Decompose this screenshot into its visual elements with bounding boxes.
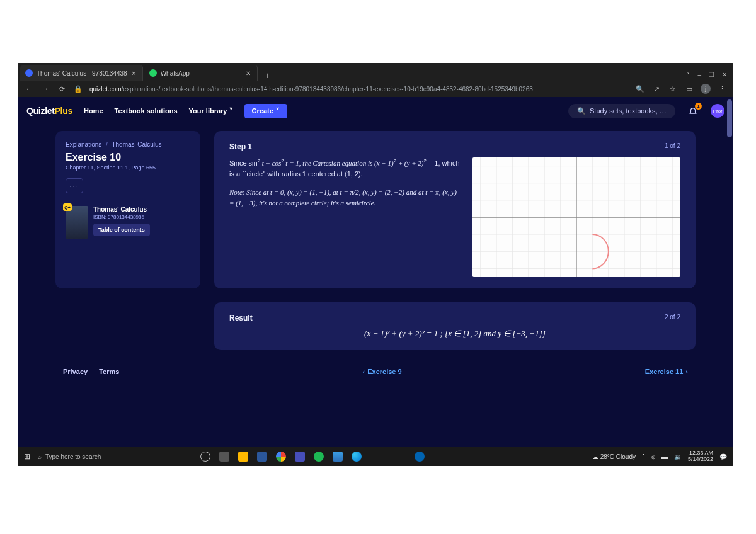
page-body: Explanations / Thomas' Calculus Exercise… bbox=[18, 125, 733, 350]
zoom-icon[interactable]: 🔍 bbox=[635, 85, 645, 93]
crumb-book[interactable]: Thomas' Calculus bbox=[112, 141, 161, 148]
close-icon[interactable]: ✕ bbox=[246, 70, 251, 77]
back-button[interactable]: ← bbox=[24, 85, 34, 93]
url-path: /explanations/textbook-solutions/thomas-… bbox=[122, 86, 533, 93]
logo-main: Quizlet bbox=[26, 106, 55, 116]
book-title[interactable]: Thomas' Calculus bbox=[93, 206, 150, 213]
exercise-subtitle: Chapter 11, Section 11.1, Page 655 bbox=[66, 164, 190, 171]
close-icon[interactable]: ✕ bbox=[722, 71, 727, 78]
cortana-icon[interactable] bbox=[200, 452, 210, 462]
notifications-button[interactable]: 1 bbox=[687, 105, 699, 117]
edge-icon[interactable] bbox=[352, 452, 362, 462]
favicon-quizlet bbox=[25, 69, 33, 77]
page-footer: Privacy Terms ‹ Exercise 9 Exercise 11 › bbox=[18, 350, 733, 380]
search-input[interactable]: 🔍 Study sets, textbooks, … bbox=[568, 104, 675, 118]
action-center-icon[interactable]: 💬 bbox=[719, 453, 727, 460]
taskbar: ⊞ ⌕ Type here to search ☁ 28°C Cloudy ˄ … bbox=[18, 447, 733, 466]
teams-icon[interactable] bbox=[295, 452, 305, 462]
terms-link[interactable]: Terms bbox=[99, 368, 119, 375]
chrome-icon[interactable] bbox=[276, 452, 286, 462]
extension-icon[interactable]: ▭ bbox=[684, 85, 694, 93]
crumb-explanations[interactable]: Explanations bbox=[66, 141, 101, 148]
reload-button[interactable]: ⟳ bbox=[57, 85, 67, 93]
toc-button[interactable]: Table of contents bbox=[93, 224, 150, 236]
clock-date: 5/14/2022 bbox=[688, 457, 713, 463]
share-icon[interactable]: ↗ bbox=[651, 85, 662, 93]
logo-suffix: Plus bbox=[55, 106, 72, 116]
minimize-icon[interactable]: – bbox=[697, 71, 701, 78]
main-column: Step 1 1 of 2 Since sin2 t + cos2 t = 1,… bbox=[214, 131, 696, 350]
scrollbar[interactable] bbox=[727, 99, 732, 137]
step-heading: Step 1 bbox=[229, 142, 252, 151]
restore-icon[interactable]: ❐ bbox=[709, 71, 714, 78]
book-isbn: ISBN: 9780134438986 bbox=[93, 214, 150, 220]
taskbar-search[interactable]: ⌕ Type here to search bbox=[38, 453, 176, 460]
help-icon[interactable] bbox=[415, 452, 425, 462]
result-count: 2 of 2 bbox=[665, 314, 680, 322]
taskview-icon[interactable] bbox=[219, 452, 229, 462]
step-count: 1 of 2 bbox=[665, 142, 680, 151]
tray-chevron-icon[interactable]: ˄ bbox=[642, 453, 645, 460]
chevron-down-icon: ˅ bbox=[276, 107, 280, 115]
site-header: QuizletPlus Home Textbook solutions Your… bbox=[18, 97, 733, 125]
sound-icon[interactable]: 🔉 bbox=[674, 453, 682, 460]
spotify-icon[interactable] bbox=[314, 452, 324, 462]
graph-plot bbox=[472, 157, 680, 277]
book-cover[interactable]: Q+ bbox=[66, 206, 88, 239]
close-icon[interactable]: ✕ bbox=[131, 70, 136, 77]
star-icon[interactable]: ☆ bbox=[668, 85, 678, 93]
nav-home[interactable]: Home bbox=[84, 107, 103, 115]
result-equation: (x − 1)² + (y + 2)² = 1 ; {x ∈ [1, 2] an… bbox=[229, 329, 680, 339]
search-placeholder: Study sets, textbooks, … bbox=[590, 107, 667, 115]
logo[interactable]: QuizletPlus bbox=[26, 106, 72, 116]
chevron-down-icon: ˅ bbox=[229, 107, 233, 115]
favicon-whatsapp bbox=[149, 69, 157, 77]
nav-your-library[interactable]: Your library ˅ bbox=[189, 107, 233, 115]
book-meta: Thomas' Calculus ISBN: 9780134438986 Tab… bbox=[93, 206, 150, 239]
photos-icon[interactable] bbox=[333, 452, 343, 462]
avatar[interactable]: Prof bbox=[711, 104, 724, 118]
chevron-right-icon: › bbox=[685, 368, 688, 375]
clock[interactable]: 12:33 AM 5/14/2022 bbox=[688, 450, 713, 463]
privacy-link[interactable]: Privacy bbox=[63, 368, 88, 375]
notification-badge: 1 bbox=[695, 103, 702, 110]
exercise-title: Exercise 10 bbox=[66, 152, 190, 163]
kebab-menu-icon[interactable]: ⋮ bbox=[717, 85, 727, 93]
prev-exercise-link[interactable]: ‹ Exercise 9 bbox=[363, 368, 402, 375]
page-content: QuizletPlus Home Textbook solutions Your… bbox=[18, 97, 733, 447]
premium-badge: Q+ bbox=[63, 203, 72, 211]
start-button[interactable]: ⊞ bbox=[24, 452, 30, 461]
more-button[interactable]: ··· bbox=[66, 178, 83, 193]
browser-window: Thomas' Calculus - 9780134438 ✕ WhatsApp… bbox=[18, 63, 733, 466]
task-icons bbox=[200, 452, 425, 462]
tab-quizlet[interactable]: Thomas' Calculus - 9780134438 ✕ bbox=[20, 65, 143, 81]
explorer-icon[interactable] bbox=[238, 452, 248, 462]
chevron-down-icon[interactable]: ˅ bbox=[687, 71, 690, 78]
nav-textbook-solutions[interactable]: Textbook solutions bbox=[115, 107, 178, 115]
breadcrumb: Explanations / Thomas' Calculus bbox=[66, 141, 190, 148]
battery-icon[interactable]: ▬ bbox=[662, 453, 668, 460]
sidebar: Explanations / Thomas' Calculus Exercise… bbox=[55, 131, 200, 288]
tab-strip: Thomas' Calculus - 9780134438 ✕ WhatsApp… bbox=[18, 63, 733, 81]
book-row: Q+ Thomas' Calculus ISBN: 9780134438986 … bbox=[66, 206, 190, 239]
tab-label: WhatsApp bbox=[161, 70, 242, 77]
word-icon[interactable] bbox=[257, 452, 267, 462]
create-button[interactable]: Create ˅ bbox=[244, 104, 287, 118]
crumb-sep: / bbox=[106, 141, 108, 148]
profile-chip[interactable]: j bbox=[701, 84, 711, 94]
new-tab-button[interactable]: + bbox=[259, 71, 277, 81]
prev-exercise-label: Exercise 9 bbox=[367, 368, 401, 375]
tab-whatsapp[interactable]: WhatsApp ✕ bbox=[144, 65, 258, 81]
search-icon: ⌕ bbox=[38, 453, 42, 460]
next-exercise-link[interactable]: Exercise 11 › bbox=[645, 368, 688, 375]
address-field[interactable]: quizlet.com/explanations/textbook-soluti… bbox=[89, 86, 629, 93]
step-explanation: Since sin2 t + cos2 t = 1, the Cartesian… bbox=[229, 157, 461, 277]
result-heading: Result bbox=[229, 314, 253, 322]
next-exercise-label: Exercise 11 bbox=[645, 368, 684, 375]
weather-widget[interactable]: ☁ 28°C Cloudy bbox=[592, 453, 636, 460]
url-bar: ← → ⟳ 🔒 quizlet.com/explanations/textboo… bbox=[18, 81, 733, 97]
tab-label: Thomas' Calculus - 9780134438 bbox=[37, 70, 127, 77]
wifi-icon[interactable]: ⎋ bbox=[651, 453, 655, 460]
forward-button[interactable]: → bbox=[40, 85, 50, 93]
result-card: Result 2 of 2 (x − 1)² + (y + 2)² = 1 ; … bbox=[214, 302, 696, 350]
